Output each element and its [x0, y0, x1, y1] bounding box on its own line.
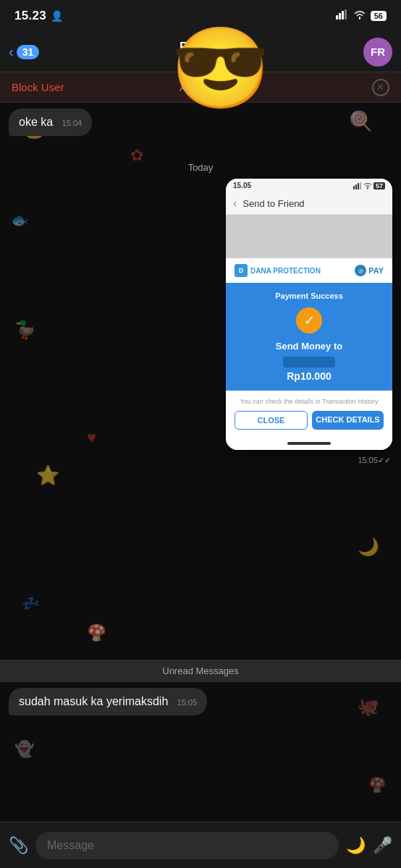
send-money-title: Send Money to [235, 341, 384, 352]
dismiss-bar-button[interactable]: ✕ [372, 79, 389, 96]
doodle-zzz: 💤 [22, 595, 40, 612]
message-time-2: 15:05 [177, 698, 198, 707]
message-row-1: oke ka 15:04 [9, 109, 392, 142]
svg-rect-7 [360, 182, 361, 190]
card-battery: 57 [373, 182, 385, 190]
card-home-indicator [226, 437, 392, 450]
svg-rect-4 [353, 186, 355, 190]
add-contacts-text[interactable]: Add to Contacts [180, 81, 257, 93]
back-chevron-icon: ‹ [9, 43, 14, 60]
nav-center: Fath...n last seen... [39, 40, 363, 64]
card-signals: 57 [353, 182, 385, 190]
payment-card-container: 15.05 57 ‹ Send to Friend D DANA PROTECT… [0, 179, 401, 450]
card-time: 15.05 [233, 182, 251, 190]
status-time: 15.23 [14, 9, 46, 23]
doodle-moon: 🌙 [358, 537, 379, 557]
card-status-bar: 15.05 57 [226, 179, 392, 192]
card-action-buttons: CLOSE CHECK DETAILS [235, 411, 384, 430]
card-white-bottom: You can check the details in Transaction… [226, 391, 392, 437]
card-blue-section: Payment Success ✓ Send Money to ████████… [226, 283, 392, 391]
card-back-icon: ‹ [233, 197, 237, 210]
status-bar: 15.23 👤 56 [0, 0, 401, 32]
dana-protection-text: DANA PROTECTION [250, 267, 321, 275]
svg-rect-2 [342, 11, 344, 20]
back-button[interactable]: ‹ 31 [9, 43, 39, 60]
close-button[interactable]: CLOSE [235, 411, 308, 430]
send-money-amount: Rp10.000 [235, 370, 384, 382]
doodle-star: ⭐ [36, 464, 59, 487]
mic-button[interactable]: 🎤 [373, 836, 392, 855]
second-chat-area: 🐙 👻 🍄 sudah masuk ka yerimaksdih 15:05 [0, 682, 401, 841]
last-seen: last seen... [180, 54, 222, 64]
messages-container: oke ka 15:04 [0, 103, 401, 153]
svg-rect-0 [336, 15, 338, 20]
card-gray-area [226, 215, 392, 258]
date-divider: Today [0, 153, 401, 179]
nav-bar: ‹ 31 Fath...n last seen... FR [0, 32, 401, 72]
message-bubble-incoming: oke ka 15:04 [9, 109, 92, 136]
unread-messages-divider: Unread Messages [0, 660, 401, 682]
card-logos: D DANA PROTECTION ◎ PAY [226, 258, 392, 283]
svg-rect-3 [345, 9, 347, 20]
input-bar: 📎 🌙 🎤 [0, 822, 401, 868]
chat-area: 🐱 ✿ 🍭 🐟 🦆 🌿 ⭐ 🌙 🚀 ♥ 💤 🍄 oke ka 15:04 Tod… [0, 103, 401, 660]
wifi-icon [353, 9, 366, 22]
success-check-icon: ✓ [296, 307, 322, 333]
block-bar: Block User Add to Contacts ✕ [0, 72, 401, 103]
card-nav: ‹ Send to Friend [226, 192, 392, 215]
send-money-recipient: ████████ [283, 357, 336, 367]
outgoing-time-row: 15:05 ✓✓ [0, 456, 401, 465]
emoji-picker-button[interactable]: 🌙 [346, 836, 366, 855]
status-icons: 56 [336, 9, 387, 22]
doodle-ghost: 👻 [14, 740, 34, 759]
svg-rect-6 [358, 183, 359, 190]
payment-card: 15.05 57 ‹ Send to Friend D DANA PROTECT… [226, 179, 392, 450]
pay-text: PAY [368, 266, 384, 275]
doodle-mushroom2: 🍄 [368, 776, 387, 793]
check-details-button[interactable]: CHECK DETAILS [312, 411, 384, 430]
avatar-initials: FR [371, 46, 385, 58]
message-time-1: 15:04 [62, 119, 83, 127]
outgoing-time: 15:05 [358, 456, 378, 465]
contact-name: Fath...n [180, 40, 223, 54]
svg-rect-1 [339, 13, 341, 20]
card-nav-title: Send to Friend [242, 198, 304, 209]
unread-count-badge: 31 [17, 45, 40, 59]
dana-protection-logo: D DANA PROTECTION [235, 264, 321, 277]
payment-success-label: Payment Success [235, 292, 384, 300]
message-text-2: sudah masuk ka yerimaksdih [19, 695, 168, 707]
message-row-2: sudah masuk ka yerimaksdih 15:05 [9, 688, 392, 721]
message-bubble-2: sudah masuk ka yerimaksdih 15:05 [9, 688, 207, 715]
message-input[interactable] [35, 832, 339, 859]
svg-rect-5 [355, 184, 357, 190]
txn-hint-text: You can check the details in Transaction… [235, 398, 384, 405]
home-indicator-line [287, 442, 331, 445]
signal-icon [336, 9, 349, 22]
doodle-mushroom: 🍄 [87, 624, 106, 642]
block-user-text[interactable]: Block User [12, 81, 64, 93]
person-icon: 👤 [51, 10, 63, 22]
pay-logo: ◎ PAY [355, 265, 384, 276]
dana-shield-icon: D [235, 264, 248, 277]
battery-level: 56 [371, 11, 387, 21]
avatar[interactable]: FR [363, 38, 392, 67]
attach-button[interactable]: 📎 [9, 836, 28, 855]
pay-circle-icon: ◎ [355, 265, 366, 276]
message-text-1: oke ka [19, 116, 53, 128]
read-receipt-icon: ✓✓ [378, 456, 391, 465]
